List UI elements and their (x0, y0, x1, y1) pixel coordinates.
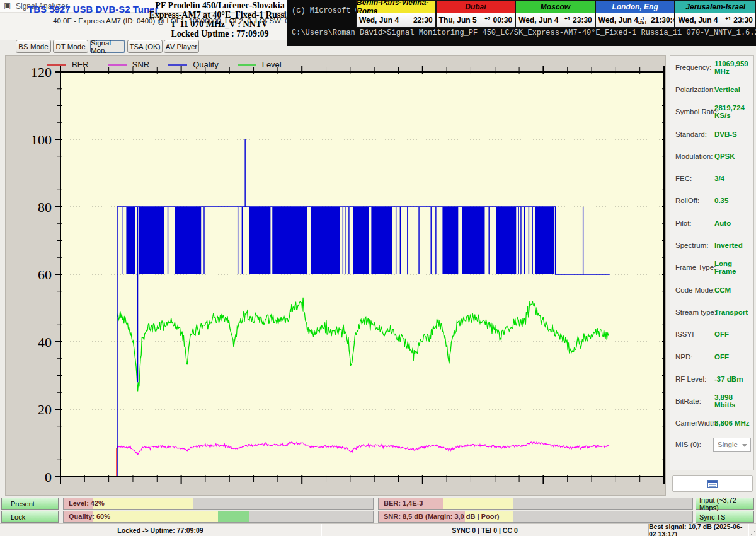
present-indicator: Present (1, 498, 59, 510)
svg-text:20: 20 (38, 402, 52, 417)
ts-list-icon (707, 480, 718, 488)
level-bar: Level: 42% (63, 498, 374, 510)
param-npd: NPD:OFF (670, 346, 753, 368)
svg-text:100: 100 (31, 132, 52, 148)
antenna-overlay-title: PF Prodelin 450/Lučenec-Slovakia Express… (147, 1, 293, 38)
param-symbol-rate: Symbol Rate:2819,724 KS/s (670, 101, 753, 123)
param-issyi: ISSYIOFF (670, 323, 753, 346)
resize-grip[interactable] (748, 528, 755, 535)
ber-bar: BER: 1,4E-3 (378, 498, 693, 510)
clock-moscow: Moscow Wed, Jun 4 +1 23:30 (516, 1, 596, 27)
param-code-mode: Code Mode:CCM (670, 279, 753, 301)
console-prompt-line: C:\Users\Roman Dávid>Signal Monitoring_P… (292, 28, 756, 37)
param-rolloff: RollOff:0.35 (670, 190, 753, 212)
statusbar: Locked -> Uptime: 77:09:09 SYNC 0 | TEI … (0, 523, 756, 536)
tab-signal-mon[interactable]: Signal Mon. (90, 40, 125, 53)
param-frequency: Frequency:11069,959 MHz (670, 56, 753, 78)
param-fec: FEC:3/4 (670, 167, 753, 189)
statusbar-uptime: Locked -> Uptime: 77:09:09 (0, 524, 321, 536)
chevron-down-icon (742, 444, 747, 447)
svg-text:80: 80 (38, 199, 52, 215)
overlay-line-4: Locked Uptime : 77:09:09 (147, 29, 293, 38)
tab-tsa[interactable]: TSA (OK) (127, 40, 163, 53)
param-pilot: Pilot:Auto (670, 212, 753, 234)
world-clocks-panel: Berlin-Paris-Vienna-Roma Wed, Jun 4 22:3… (356, 0, 756, 28)
overlay-line-1: PF Prodelin 450/Lučenec-Slovakia (147, 1, 293, 10)
clock-jerusalem: Jerusalem-Israel Wed, Jun 4 +1 23:30 (675, 1, 755, 27)
param-modulation: Modulation:QPSK (670, 145, 753, 167)
param-bitrate: BitRate:3,898 Mbit/s (670, 390, 753, 412)
clock-dubai: Dubai Thu, Jun 5 +2 00:30 (437, 1, 517, 27)
param-rf-level: RF Level:-37 dBm (670, 368, 753, 390)
tuner-title: TBS 5927 USB DVB-S2 Tuner (28, 4, 158, 15)
overlay-line-3: f=11 070 MHz_V : NNTV (147, 20, 293, 29)
tab-av-player[interactable]: AV Player (164, 40, 199, 53)
param-stream-type: Stream type:Transport (670, 301, 753, 323)
overlay-line-2: Express-AM7 at 40°E_Fixed-1 Russia (147, 10, 293, 20)
param-frame-type: Frame Type:Long Frame (670, 257, 753, 279)
snr-bar: SNR: 8,5 dB (Margin: 3,0 dB | Poor) (378, 511, 693, 523)
signal-chart-panel: BER SNR Quality Level 020406080100120 (5, 55, 666, 496)
clock-berlin-paris-vienna-roma: Berlin-Paris-Vienna-Roma Wed, Jun 4 22:3… (357, 1, 437, 27)
svg-text:0: 0 (45, 469, 52, 485)
svg-text:60: 60 (38, 267, 52, 283)
mis-select[interactable]: Single (713, 438, 751, 452)
statusbar-sync-counters: SYNC 0 | TEI 0 | CC 0 (321, 524, 649, 536)
lock-indicator: Lock (1, 511, 59, 523)
svg-text:40: 40 (38, 334, 52, 350)
tab-dt-mode[interactable]: DT Mode (53, 40, 88, 53)
quality-bar: Quality: 60% (63, 511, 374, 523)
parameters-panel: Frequency:11069,959 MHz Polarization:Ver… (670, 55, 754, 470)
mis-row: MIS (0): Single (670, 438, 753, 453)
tab-bs-mode[interactable]: BS Mode (16, 40, 51, 53)
clock-london: London, Eng Wed, Jun 4 -1DST 21:30:44 (596, 1, 676, 27)
param-standard: Standard:DVB-S (670, 123, 753, 145)
app-icon: ▣ (4, 2, 12, 10)
sync-indicator: Sync TS (696, 511, 754, 523)
input-indicator: Input (~3,72 Mbps) (696, 498, 754, 510)
param-spectrum: Spectrum:Inverted (670, 234, 753, 256)
signal-history-chart: 020406080100120 (6, 56, 665, 495)
svg-text:120: 120 (31, 64, 52, 80)
statusbar-best-signal: Best signal: 10,7 dB (2025-06-02 13:17) (649, 524, 748, 536)
stream-list-button[interactable] (672, 475, 753, 492)
param-polarization: Polarization:Vertical (670, 78, 753, 100)
param-carrier-width: CarrierWidth:3,806 MHz (670, 412, 753, 434)
